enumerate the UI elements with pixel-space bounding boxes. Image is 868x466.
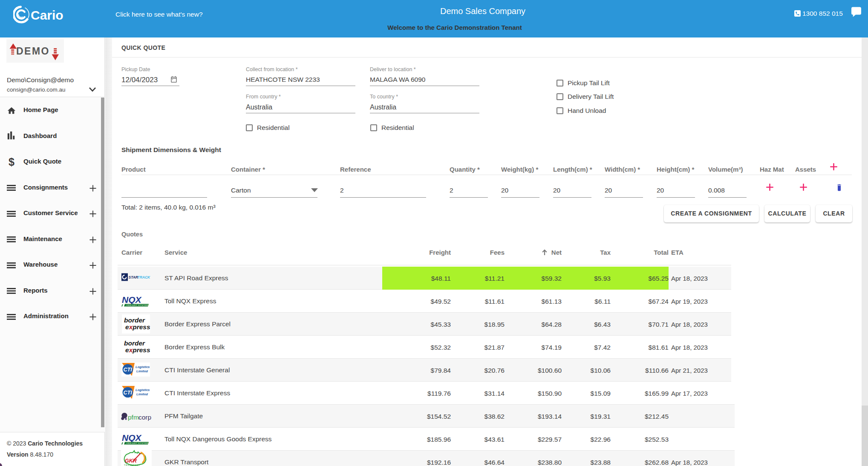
svg-text:NQX: NQX [122,295,142,305]
svg-text:TRANSPORT: TRANSPORT [124,464,141,466]
svg-text:FREIGHT SYSTEM: FREIGHT SYSTEM [127,304,148,306]
svg-text:CTI: CTI [124,367,133,373]
svg-text:border: border [124,339,145,347]
svg-text:NQX: NQX [122,433,142,443]
svg-text:Cario: Cario [31,8,63,22]
svg-text:Limited: Limited [136,369,148,373]
svg-text:border: border [124,316,145,324]
svg-text:pfm: pfm [128,414,139,421]
svg-text:express: express [125,346,150,354]
svg-text:Logistics: Logistics [136,388,150,392]
svg-text:STAR: STAR [129,275,138,279]
svg-text:Limited: Limited [136,392,148,396]
svg-text:CTI: CTI [124,390,133,396]
svg-text:DEMO: DEMO [16,46,50,57]
svg-text:Logistics: Logistics [136,365,150,369]
svg-text:corp: corp [138,414,151,421]
svg-text:GKR: GKR [125,458,137,464]
svg-text:express: express [125,323,150,331]
svg-text:FREIGHT SYSTEM: FREIGHT SYSTEM [127,442,148,444]
svg-text:TRACK: TRACK [138,275,151,279]
